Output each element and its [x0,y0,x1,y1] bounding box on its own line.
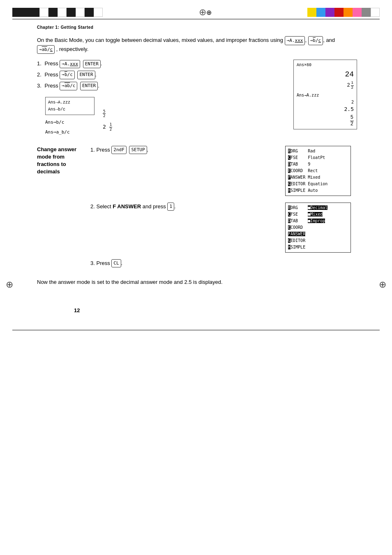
menu-row-g-editor: GEDITOR Equation [288,181,348,187]
step-3-row: 3. Press →ab/c ENTER. [37,82,289,90]
step-1-row: 1. Press →A.xxx ENTER. [37,60,289,68]
conclusion-paragraph: Now the answer mode is set to the decima… [37,278,355,287]
right-values: 5 2 2 1 2 [103,109,112,132]
cs1-num: 1. [90,147,96,153]
display-ans-axxx-label: Ans→A.zzz [297,92,354,98]
bar-seg [67,8,76,17]
bar-seg [94,8,103,17]
frac-5-2-display: 5 2 [103,109,106,119]
display-frac-5-2-right: 5 2 [297,115,354,127]
bar-seg-white [371,8,380,17]
display-ans-bc-large: Ans→b/c [45,119,95,126]
setup-menu-display: BDRG Rad CFSE FloatPt DTAB 9 ECOORD Rect… [285,146,351,196]
color-bar-right [307,8,380,17]
bar-seg-gray [362,8,371,17]
step-2-key2: ENTER [77,71,95,79]
display-num-24: 24 [297,69,354,80]
bar-seg-blue [316,8,325,17]
change-step-2-text: 2. Select F ANSWER and press 1 . [90,203,277,211]
cs3-key-cl: CL [111,259,121,268]
small-displays-left: Ans→A.zzz Ans→b/c Ans→b/c Ans→a_b/c [45,97,95,138]
change-step-2-display: BDRG ■Decimal CFSE ■Mixed DTAB ■Improp E… [285,203,355,253]
step-1-key1: →A.xxx [60,60,80,69]
step-3-key2: ENTER [80,82,98,90]
display-val-2-5: 2.5 [297,105,354,113]
change-step-3: 3. Press CL . [90,259,355,268]
intro-paragraph: On the Basic Mode, you can toggle betwee… [37,36,355,54]
key-arrow-axxx: →A.xxx [285,36,305,45]
menu-row-e-coord: ECOORD Rect [288,168,348,174]
bar-seg [12,8,21,17]
cs1-label: Press [96,147,111,153]
display-line-ans-bc: Ans→b/c [48,106,92,113]
bar-seg [85,8,94,17]
inner-diagrams: Ans→A.zzz Ans→b/c Ans→b/c Ans→a_b/c [45,97,289,138]
menu-row-f-answer: FANSWER Mixed [288,174,348,181]
step-2-key1: →b/c [60,71,75,79]
step-3-label: Press [44,83,60,89]
bar-seg-pink [353,8,362,17]
cs3-label: Press [96,260,111,266]
side-label-text: Change answer mode from fractions to dec… [37,146,76,175]
menu-row-c-fse: CFSE FloatPt [288,154,348,161]
bar-seg [21,8,30,17]
toggle-steps-section: 1. Press →A.xxx ENTER. 2. Press →b/c ENT… [37,60,355,137]
change-step-1: 1. Press 2ndF SETUP. BDRG Rad CFSE Float… [90,146,355,196]
side-label-change: Change answer mode from fractions to dec… [37,146,82,176]
display-mixed-2-half: 2 1 2 [297,81,354,90]
mixed-2-1-2: 2 1 2 [103,122,112,132]
step-2-row: 2. Press →b/c ENTER. [37,71,289,79]
calc-display-ans-axxx-bc: Ans→A.zzz Ans→b/c [45,97,95,115]
bar-seg-yellow [307,8,316,17]
frac-numerator-5: 5 [103,109,106,114]
n-5: 5 [350,115,354,121]
cs3-num: 3. [90,260,96,266]
left-crosshair-icon: ⊕ [6,279,13,290]
step-3-key1: →ab/c [60,82,77,90]
main-content: On the Basic Mode, you can toggle betwee… [37,36,355,287]
d-2: 2 [351,86,354,90]
n-1: 1 [351,81,354,86]
cs2-num: 2. [90,203,96,210]
menu-row-b-drg: BDRG Rad [288,148,348,154]
step-2-num: 2. [37,71,42,78]
change-step-3-text: 3. Press CL . [90,259,355,268]
sub-row-f-answer: FANSWER [288,231,348,237]
frac-1-2: 1 2 [109,122,112,132]
frac-1-2-right: 1 2 [351,81,354,90]
cs1-key-2ndf: 2ndF [111,146,127,154]
frac-n-1: 1 [109,122,112,127]
sub-row-g-editor: GEDITOR [288,237,348,244]
big-display-box: Ans×60 24 2 1 2 Ans→A.zzz 2 2.5 5 2 [293,60,357,129]
key-arrow-abc: →ab/c [37,45,55,54]
intro-text-2: , respectively. [56,46,89,52]
step-1-num: 1. [37,60,42,67]
step-2-label: Press [44,71,60,78]
color-bar-left [12,8,103,17]
change-step-1-text: 1. Press 2ndF SETUP. [90,146,277,154]
menu-row-h-simple: HSIMPLE Auto [288,187,348,194]
step-3-num: 3. [37,83,42,89]
chapter-heading: Chapter 1: Getting Started [37,25,392,30]
display-line-ans-axxx: Ans→A.zzz [48,99,92,106]
cs1-key-setup: SETUP [129,146,147,154]
bar-seg-red [334,8,344,17]
top-rule [12,19,380,19]
bar-seg [76,8,85,17]
sub-row-d-tab: DTAB ■Improp [288,218,348,224]
sub-row-b-drg: BDRG ■Decimal [288,205,348,211]
display-text-bc: Ans→b/c [45,119,95,126]
step-1-key2: ENTER [83,60,101,69]
change-answer-content: 1. Press 2ndF SETUP. BDRG Rad CFSE Float… [90,146,355,274]
bar-seg [39,8,48,17]
change-step-2: 2. Select F ANSWER and press 1 . BDRG ■D… [90,203,355,253]
bar-seg [48,8,58,17]
right-crosshair-icon: ⊕ [379,279,386,290]
display-val-2: 2 [297,99,354,105]
key-arrow-bc: →b/c [308,36,323,45]
display-ans-x60: Ans×60 [297,62,354,68]
sub-row-h-simple: HSIMPLE [288,244,348,251]
whole-2: 2 [347,82,350,89]
bar-seg-orange [344,8,353,17]
page-number: 12 [74,307,392,313]
